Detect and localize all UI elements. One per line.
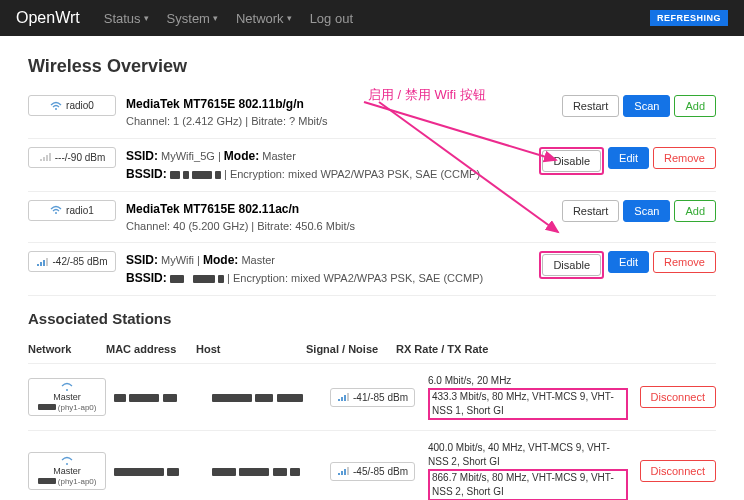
rate-cell: 6.0 Mbit/s, 20 MHz 433.3 Mbit/s, 80 MHz,… bbox=[428, 374, 628, 420]
edit-button[interactable]: Edit bbox=[608, 147, 649, 169]
signal-icon bbox=[337, 392, 349, 402]
radio-channel: Channel: 40 (5.200 GHz) | Bitrate: 450.6… bbox=[126, 220, 355, 232]
stations-header: Network MAC address Host Signal / Noise … bbox=[28, 335, 716, 364]
mac-cell bbox=[114, 390, 204, 404]
wifi-icon bbox=[61, 456, 73, 466]
remove-button[interactable]: Remove bbox=[653, 147, 716, 169]
nav-logout[interactable]: Log out bbox=[310, 11, 353, 26]
svg-rect-13 bbox=[338, 399, 340, 401]
svg-rect-8 bbox=[37, 264, 39, 266]
scan-button[interactable]: Scan bbox=[623, 200, 670, 222]
disconnect-button[interactable]: Disconnect bbox=[640, 460, 716, 482]
navbar: OpenWrt Status▾ System▾ Network▾ Log out… bbox=[0, 0, 744, 36]
add-button[interactable]: Add bbox=[674, 200, 716, 222]
svg-rect-15 bbox=[344, 395, 346, 401]
signal-badge: ---/-90 dBm bbox=[28, 147, 116, 168]
signal-badge: -42/-85 dBm bbox=[28, 251, 116, 272]
add-button[interactable]: Add bbox=[674, 95, 716, 117]
radio-chip: MediaTek MT7615E 802.11ac/n bbox=[126, 202, 299, 216]
restart-button[interactable]: Restart bbox=[562, 200, 619, 222]
radio-row-1: radio1 MediaTek MT7615E 802.11ac/n Chann… bbox=[28, 192, 716, 244]
signal-icon bbox=[337, 466, 349, 476]
svg-rect-20 bbox=[344, 469, 346, 475]
wireless-overview-title: Wireless Overview bbox=[28, 56, 716, 77]
signal-badge: -41/-85 dBm bbox=[330, 388, 415, 407]
svg-point-12 bbox=[66, 389, 68, 391]
svg-rect-9 bbox=[40, 262, 42, 266]
svg-rect-4 bbox=[43, 157, 45, 161]
wifi-icon bbox=[50, 205, 62, 215]
remove-button[interactable]: Remove bbox=[653, 251, 716, 273]
radio-row-0: radio0 MediaTek MT7615E 802.11b/g/n Chan… bbox=[28, 87, 716, 139]
wifi-icon bbox=[50, 101, 62, 111]
network-badge: Master (phy1-ap0) bbox=[28, 452, 106, 490]
wifi-icon bbox=[61, 382, 73, 392]
svg-rect-10 bbox=[43, 260, 45, 266]
scan-button[interactable]: Scan bbox=[623, 95, 670, 117]
iface-row-1: -42/-85 dBm SSID: MyWifi | Mode: Master … bbox=[28, 243, 716, 296]
mac-cell bbox=[114, 464, 204, 478]
svg-rect-3 bbox=[40, 159, 42, 161]
radio-badge: radio1 bbox=[28, 200, 116, 221]
signal-icon bbox=[36, 257, 48, 267]
station-row: Master (phy1-ap0) -41/-85 dBm 6.0 Mbit/s… bbox=[28, 364, 716, 431]
nav-status[interactable]: Status▾ bbox=[104, 11, 149, 26]
svg-rect-19 bbox=[341, 471, 343, 475]
signal-badge: -45/-85 dBm bbox=[330, 462, 415, 481]
disable-button[interactable]: Disable bbox=[542, 150, 601, 172]
ssid-line: SSID: MyWifi_5G | Mode: Master bbox=[126, 150, 296, 162]
svg-rect-18 bbox=[338, 473, 340, 475]
radio-badge: radio0 bbox=[28, 95, 116, 116]
rate-highlight: 866.7 Mbit/s, 80 MHz, VHT-MCS 9, VHT-NSS… bbox=[428, 469, 628, 500]
edit-button[interactable]: Edit bbox=[608, 251, 649, 273]
svg-rect-21 bbox=[347, 467, 349, 475]
signal-icon bbox=[39, 152, 51, 162]
disconnect-button[interactable]: Disconnect bbox=[640, 386, 716, 408]
svg-point-7 bbox=[55, 212, 57, 214]
refresh-badge: REFRESHING bbox=[650, 10, 728, 26]
highlight-disable-0: Disable bbox=[539, 147, 604, 175]
station-row: Master (phy1-ap0) -45/-85 dBm 400.0 Mbit… bbox=[28, 431, 716, 500]
host-cell bbox=[212, 464, 322, 478]
associated-stations-title: Associated Stations bbox=[28, 310, 716, 327]
radio-chip: MediaTek MT7615E 802.11b/g/n bbox=[126, 97, 304, 111]
disable-button[interactable]: Disable bbox=[542, 254, 601, 276]
svg-point-17 bbox=[66, 463, 68, 465]
svg-point-2 bbox=[55, 108, 57, 110]
radio-channel: Channel: 1 (2.412 GHz) | Bitrate: ? Mbit… bbox=[126, 115, 328, 127]
svg-rect-5 bbox=[46, 155, 48, 161]
nav-system[interactable]: System▾ bbox=[167, 11, 218, 26]
svg-rect-11 bbox=[46, 258, 48, 266]
brand[interactable]: OpenWrt bbox=[16, 9, 80, 27]
ssid-line: SSID: MyWifi | Mode: Master bbox=[126, 254, 275, 266]
nav-network[interactable]: Network▾ bbox=[236, 11, 292, 26]
svg-rect-14 bbox=[341, 397, 343, 401]
host-cell bbox=[212, 390, 322, 404]
network-badge: Master (phy1-ap0) bbox=[28, 378, 106, 416]
rate-cell: 400.0 Mbit/s, 40 MHz, VHT-MCS 9, VHT-NSS… bbox=[428, 441, 628, 500]
restart-button[interactable]: Restart bbox=[562, 95, 619, 117]
rate-highlight: 433.3 Mbit/s, 80 MHz, VHT-MCS 9, VHT-NSS… bbox=[428, 388, 628, 420]
svg-rect-16 bbox=[347, 393, 349, 401]
highlight-disable-1: Disable bbox=[539, 251, 604, 279]
svg-rect-6 bbox=[49, 153, 51, 161]
iface-row-0: ---/-90 dBm SSID: MyWifi_5G | Mode: Mast… bbox=[28, 139, 716, 192]
